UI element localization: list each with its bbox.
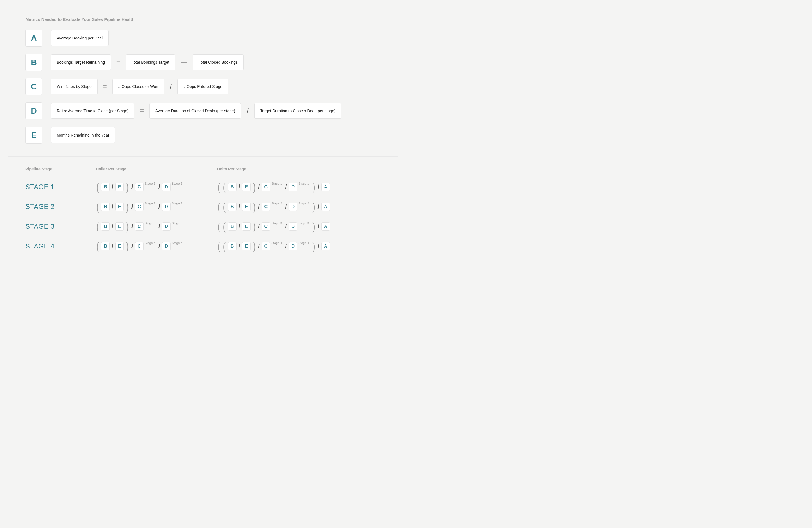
divide-icon: /: [131, 203, 133, 210]
paren-icon: ): [313, 241, 315, 252]
metric-chip-e: E: [242, 222, 251, 231]
stage-superscript: Stage 2: [145, 202, 155, 205]
stage-superscript: Stage 3: [271, 222, 282, 225]
divide-icon: /: [258, 183, 260, 191]
divide-icon: /: [258, 223, 260, 230]
metric-chip-d: D: [162, 242, 171, 251]
metric-chip-d: D: [289, 183, 297, 191]
paren-icon: (: [218, 241, 220, 252]
column-header-dollar: Dollar Per Stage: [96, 167, 217, 171]
metric-chip-b: B: [228, 183, 236, 191]
divide-icon: /: [169, 82, 172, 91]
metric-chip-e: E: [242, 202, 251, 211]
stage-label: STAGE 4: [25, 242, 96, 250]
metric-lhs: Average Duration of Closed Deals (per st…: [149, 103, 241, 119]
divide-icon: /: [238, 243, 241, 250]
metric-chip-d: D: [289, 202, 297, 211]
metric-chip-b: B: [228, 222, 236, 231]
column-header-stage: Pipeline Stage: [25, 167, 96, 171]
metric-result: Ratio: Average Time to Close (per Stage): [51, 103, 134, 119]
metric-chip-a: A: [321, 242, 330, 251]
stage-superscript: Stage 4: [298, 241, 309, 244]
metric-chip-e: E: [242, 183, 251, 191]
metric-chip-b: B: [228, 242, 236, 251]
stage-superscript: Stage 2: [271, 202, 282, 205]
units-per-stage-formula: ((B/E)/CStage 3/DStage 3)/A: [217, 221, 381, 232]
divide-icon: /: [285, 243, 287, 250]
stage-label: STAGE 1: [25, 183, 96, 191]
metric-chip-d: D: [162, 202, 171, 211]
paren-icon: (: [97, 221, 99, 232]
divide-icon: /: [111, 243, 114, 250]
stage-superscript: Stage 4: [145, 241, 155, 244]
paren-icon: (: [218, 221, 220, 232]
stage-label: STAGE 3: [25, 223, 96, 230]
metric-chip-c: C: [262, 202, 270, 211]
paren-icon: (: [97, 201, 99, 212]
metric-chip-e: E: [115, 183, 124, 191]
metric-chip-e: E: [115, 202, 124, 211]
divide-icon: /: [318, 243, 320, 250]
metric-definitions: A Average Booking per Deal B Bookings Ta…: [25, 30, 381, 144]
stage-superscript: Stage 3: [298, 222, 309, 225]
stage-superscript: Stage 1: [298, 182, 309, 185]
paren-icon: ): [253, 181, 256, 192]
metric-chip-a: A: [321, 183, 330, 191]
equals-icon: =: [103, 83, 107, 90]
divide-icon: /: [131, 243, 133, 250]
stage-superscript: Stage 2: [172, 202, 183, 205]
metric-chip-b: B: [101, 202, 110, 211]
paren-icon: ): [313, 221, 315, 232]
paren-icon: ): [253, 201, 256, 212]
paren-icon: (: [223, 221, 226, 232]
paren-icon: (: [97, 181, 99, 192]
stage-label: STAGE 2: [25, 203, 96, 211]
stage-superscript: Stage 1: [271, 182, 282, 185]
units-per-stage-formula: ((B/E)/CStage 1/DStage 1)/A: [217, 181, 381, 192]
metric-chip-c: C: [262, 242, 270, 251]
metric-rhs: Target Duration to Close a Deal (per sta…: [254, 103, 342, 119]
metric-chip-c: C: [135, 222, 144, 231]
divide-icon: /: [285, 183, 287, 191]
metric-letter: A: [25, 30, 42, 46]
metric-rhs: # Opps Entered Stage: [177, 79, 228, 95]
metric-chip-b: B: [101, 222, 110, 231]
metric-lhs: Total Bookings Target: [126, 54, 175, 70]
minus-icon: —: [180, 59, 188, 66]
divide-icon: /: [111, 203, 114, 210]
paren-icon: (: [223, 201, 226, 212]
paren-icon: ): [313, 201, 315, 212]
paren-icon: ): [313, 181, 315, 192]
metric-chip-d: D: [289, 222, 297, 231]
stage-superscript: Stage 2: [298, 202, 309, 205]
stage-superscript: Stage 1: [172, 182, 183, 185]
metric-rhs: Total Closed Bookings: [192, 54, 244, 70]
metric-chip-c: C: [135, 242, 144, 251]
dollar-per-stage-formula: (B/E)/CStage 3/DStage 3: [96, 221, 217, 232]
divide-icon: /: [318, 203, 320, 210]
metric-chip-d: D: [289, 242, 297, 251]
column-header-units: Units Per Stage: [217, 167, 381, 171]
divide-icon: /: [131, 183, 133, 191]
paren-icon: ): [126, 221, 129, 232]
units-per-stage-formula: ((B/E)/CStage 4/DStage 4)/A: [217, 241, 381, 252]
divide-icon: /: [238, 203, 241, 210]
stage-superscript: Stage 3: [172, 222, 183, 225]
stage-formula-table: Pipeline Stage Dollar Per Stage Units Pe…: [25, 167, 381, 252]
units-per-stage-formula: ((B/E)/CStage 2/DStage 2)/A: [217, 201, 381, 212]
equals-icon: =: [116, 59, 121, 66]
metric-chip-a: A: [321, 222, 330, 231]
metric-row-d: D Ratio: Average Time to Close (per Stag…: [25, 102, 381, 119]
dollar-per-stage-formula: (B/E)/CStage 1/DStage 1: [96, 181, 217, 192]
metric-chip-c: C: [135, 202, 144, 211]
dollar-per-stage-formula: (B/E)/CStage 2/DStage 2: [96, 201, 217, 212]
metric-row-b: B Bookings Target Remaining = Total Book…: [25, 54, 381, 71]
metric-letter: B: [25, 54, 42, 71]
metric-chip-c: C: [262, 222, 270, 231]
metric-chip-d: D: [162, 183, 171, 191]
metric-letter: D: [25, 102, 42, 119]
divide-icon: /: [246, 106, 249, 115]
equals-icon: =: [140, 107, 144, 115]
metric-lhs: # Opps Closed or Won: [113, 79, 164, 95]
divide-icon: /: [318, 183, 320, 191]
